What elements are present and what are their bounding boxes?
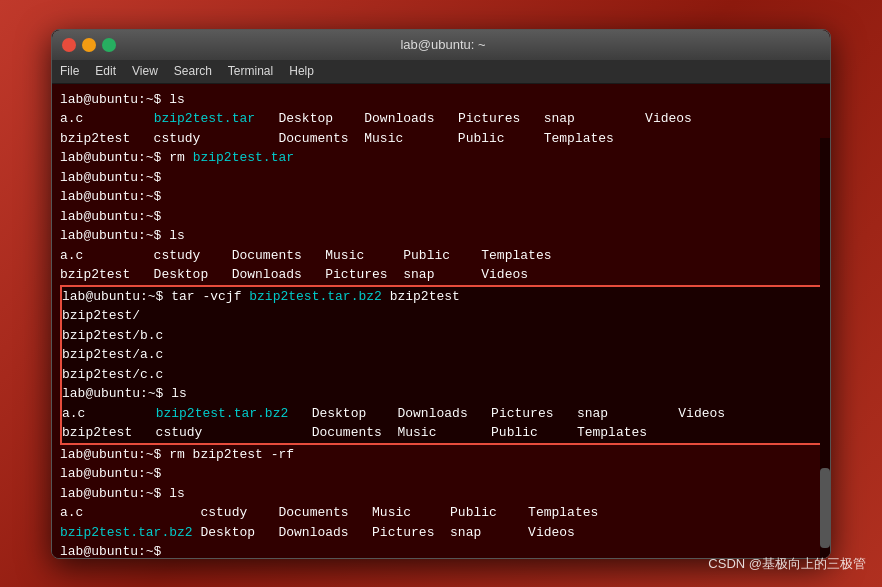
terminal-line: a.c cstudy Documents Music Public Templa… [60,246,822,266]
terminal-line: bzip2test/b.c [62,326,820,346]
terminal-line: bzip2test/c.c [62,365,820,385]
menu-edit[interactable]: Edit [95,64,116,78]
window-controls [62,38,116,52]
terminal-line: bzip2test.tar.bz2 Desktop Downloads Pict… [60,523,822,543]
terminal-window: lab@ubuntu: ~ File Edit View Search Term… [51,29,831,559]
menu-search[interactable]: Search [174,64,212,78]
menu-file[interactable]: File [60,64,79,78]
maximize-button[interactable] [102,38,116,52]
desktop-background: lab@ubuntu: ~ File Edit View Search Term… [0,0,882,587]
terminal-line: lab@ubuntu:~$ tar -vcjf bzip2test.tar.bz… [62,287,820,307]
menu-help[interactable]: Help [289,64,314,78]
minimize-button[interactable] [82,38,96,52]
terminal-line: lab@ubuntu:~$ ls [62,384,820,404]
menu-bar: File Edit View Search Terminal Help [52,60,830,84]
terminal-line: lab@ubuntu:~$ [60,464,822,484]
terminal-line: a.c bzip2test.tar Desktop Downloads Pict… [60,109,822,129]
terminal-body[interactable]: lab@ubuntu:~$ lsa.c bzip2test.tar Deskto… [52,84,830,558]
window-title: lab@ubuntu: ~ [400,37,485,52]
terminal-line: a.c bzip2test.tar.bz2 Desktop Downloads … [62,404,820,424]
terminal-outer: lab@ubuntu:~$ lsa.c bzip2test.tar Deskto… [52,84,830,558]
highlighted-block: lab@ubuntu:~$ tar -vcjf bzip2test.tar.bz… [60,285,822,445]
terminal-line: lab@ubuntu:~$ [60,207,822,227]
watermark: CSDN @基极向上的三极管 [708,555,866,573]
terminal-line: bzip2test/a.c [62,345,820,365]
scrollbar[interactable] [820,138,830,558]
scrollbar-thumb[interactable] [820,468,830,548]
terminal-line: bzip2test cstudy Documents Music Public … [62,423,820,443]
menu-terminal[interactable]: Terminal [228,64,273,78]
terminal-line: a.c cstudy Documents Music Public Templa… [60,503,822,523]
terminal-line: lab@ubuntu:~$ [60,168,822,188]
terminal-line: lab@ubuntu:~$ ls [60,226,822,246]
terminal-line: bzip2test/ [62,306,820,326]
terminal-line: lab@ubuntu:~$ ls [60,90,822,110]
terminal-line: lab@ubuntu:~$ ls [60,484,822,504]
menu-view[interactable]: View [132,64,158,78]
terminal-line: bzip2test cstudy Documents Music Public … [60,129,822,149]
close-button[interactable] [62,38,76,52]
terminal-line: bzip2test Desktop Downloads Pictures sna… [60,265,822,285]
terminal-line: lab@ubuntu:~$ rm bzip2test -rf [60,445,822,465]
terminal-line: lab@ubuntu:~$ rm bzip2test.tar [60,148,822,168]
title-bar: lab@ubuntu: ~ [52,30,830,60]
terminal-line: lab@ubuntu:~$ [60,187,822,207]
